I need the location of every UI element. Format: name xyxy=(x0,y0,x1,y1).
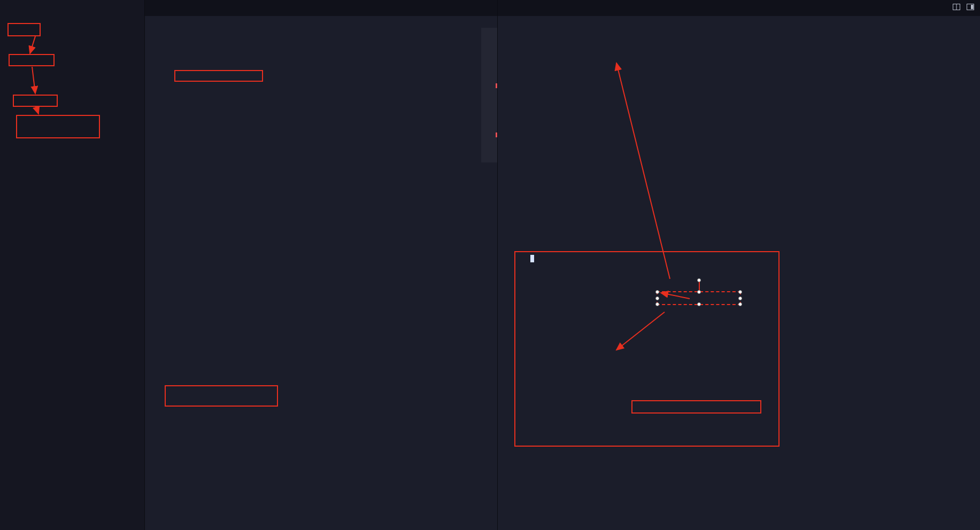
minimap[interactable] xyxy=(481,28,497,423)
explorer-title-bar xyxy=(0,0,144,15)
tab-bar-right xyxy=(498,0,980,16)
breadcrumb-center xyxy=(145,16,497,28)
editor-layout-icon[interactable] xyxy=(966,3,975,13)
tab-bar-center xyxy=(145,0,497,16)
explorer-sidebar xyxy=(0,0,144,530)
vscode-window xyxy=(0,0,980,530)
editor-group-right xyxy=(497,0,980,530)
project-header[interactable] xyxy=(0,15,144,26)
split-editor-icon[interactable] xyxy=(952,3,961,13)
editor-group-center xyxy=(144,0,497,530)
breadcrumb-right xyxy=(498,16,980,28)
minimap-slider[interactable] xyxy=(481,28,497,162)
